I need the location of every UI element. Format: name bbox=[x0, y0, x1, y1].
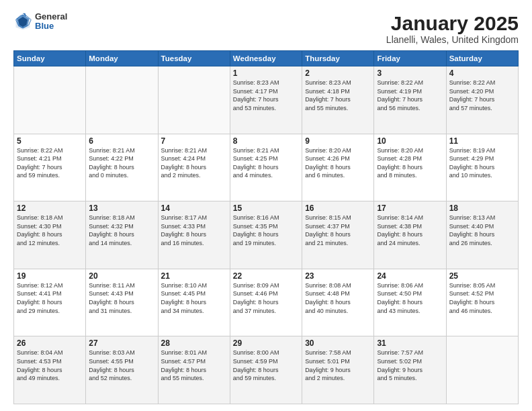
day-number: 5 bbox=[17, 136, 83, 146]
calendar-day-cell: 12Sunrise: 8:18 AM Sunset: 4:30 PM Dayli… bbox=[14, 201, 86, 269]
day-info: Sunrise: 8:00 AM Sunset: 4:59 PM Dayligh… bbox=[233, 349, 299, 382]
day-info: Sunrise: 8:18 AM Sunset: 4:32 PM Dayligh… bbox=[89, 214, 154, 247]
day-info: Sunrise: 8:22 AM Sunset: 4:21 PM Dayligh… bbox=[17, 146, 83, 180]
calendar-day-cell bbox=[158, 66, 230, 134]
calendar-week-row: 19Sunrise: 8:12 AM Sunset: 4:41 PM Dayli… bbox=[14, 269, 519, 336]
logo-icon bbox=[13, 12, 32, 31]
day-number: 15 bbox=[233, 203, 299, 213]
calendar-day-cell: 18Sunrise: 8:13 AM Sunset: 4:40 PM Dayli… bbox=[446, 201, 518, 269]
day-info: Sunrise: 8:06 AM Sunset: 4:50 PM Dayligh… bbox=[377, 281, 443, 315]
day-number: 17 bbox=[377, 203, 443, 213]
weekday-header-friday: Friday bbox=[374, 51, 446, 66]
day-info: Sunrise: 8:09 AM Sunset: 4:46 PM Dayligh… bbox=[233, 281, 299, 315]
day-info: Sunrise: 8:20 AM Sunset: 4:26 PM Dayligh… bbox=[305, 146, 371, 180]
day-number: 14 bbox=[161, 203, 227, 213]
day-info: Sunrise: 8:22 AM Sunset: 4:20 PM Dayligh… bbox=[449, 79, 515, 112]
calendar-day-cell: 8Sunrise: 8:21 AM Sunset: 4:25 PM Daylig… bbox=[230, 134, 302, 201]
day-number: 13 bbox=[89, 203, 154, 213]
calendar-week-row: 12Sunrise: 8:18 AM Sunset: 4:30 PM Dayli… bbox=[14, 201, 519, 269]
calendar-day-cell: 9Sunrise: 8:20 AM Sunset: 4:26 PM Daylig… bbox=[302, 134, 374, 201]
day-number: 6 bbox=[89, 136, 154, 146]
calendar-day-cell: 28Sunrise: 8:01 AM Sunset: 4:57 PM Dayli… bbox=[158, 336, 230, 404]
calendar-day-cell: 23Sunrise: 8:08 AM Sunset: 4:48 PM Dayli… bbox=[302, 269, 374, 336]
calendar-day-cell: 27Sunrise: 8:03 AM Sunset: 4:55 PM Dayli… bbox=[86, 336, 158, 404]
calendar-day-cell: 24Sunrise: 8:06 AM Sunset: 4:50 PM Dayli… bbox=[374, 269, 446, 336]
day-info: Sunrise: 8:11 AM Sunset: 4:43 PM Dayligh… bbox=[89, 281, 154, 315]
day-number: 31 bbox=[377, 338, 443, 348]
day-info: Sunrise: 8:19 AM Sunset: 4:29 PM Dayligh… bbox=[449, 146, 515, 180]
calendar-day-cell bbox=[14, 66, 86, 134]
calendar-location: Llanelli, Wales, United Kingdom bbox=[386, 34, 519, 45]
day-number: 23 bbox=[305, 271, 371, 281]
calendar-day-cell: 1Sunrise: 8:23 AM Sunset: 4:17 PM Daylig… bbox=[230, 66, 302, 134]
day-info: Sunrise: 7:57 AM Sunset: 5:02 PM Dayligh… bbox=[377, 349, 443, 382]
calendar-table: SundayMondayTuesdayWednesdayThursdayFrid… bbox=[13, 50, 519, 404]
calendar-day-cell: 26Sunrise: 8:04 AM Sunset: 4:53 PM Dayli… bbox=[14, 336, 86, 404]
calendar-week-row: 1Sunrise: 8:23 AM Sunset: 4:17 PM Daylig… bbox=[14, 66, 519, 134]
calendar-day-cell: 4Sunrise: 8:22 AM Sunset: 4:20 PM Daylig… bbox=[446, 66, 518, 134]
day-number: 21 bbox=[161, 271, 227, 281]
day-info: Sunrise: 8:20 AM Sunset: 4:28 PM Dayligh… bbox=[377, 146, 443, 180]
day-info: Sunrise: 8:05 AM Sunset: 4:52 PM Dayligh… bbox=[449, 281, 515, 315]
day-number: 24 bbox=[377, 271, 443, 281]
calendar-week-row: 5Sunrise: 8:22 AM Sunset: 4:21 PM Daylig… bbox=[14, 134, 519, 201]
day-number: 16 bbox=[305, 203, 371, 213]
day-info: Sunrise: 8:13 AM Sunset: 4:40 PM Dayligh… bbox=[449, 214, 515, 247]
calendar-day-cell: 3Sunrise: 8:22 AM Sunset: 4:19 PM Daylig… bbox=[374, 66, 446, 134]
day-info: Sunrise: 7:58 AM Sunset: 5:01 PM Dayligh… bbox=[305, 349, 371, 382]
day-info: Sunrise: 8:03 AM Sunset: 4:55 PM Dayligh… bbox=[89, 349, 154, 382]
day-info: Sunrise: 8:17 AM Sunset: 4:33 PM Dayligh… bbox=[161, 214, 227, 247]
day-info: Sunrise: 8:10 AM Sunset: 4:45 PM Dayligh… bbox=[161, 281, 227, 315]
calendar-day-cell: 22Sunrise: 8:09 AM Sunset: 4:46 PM Dayli… bbox=[230, 269, 302, 336]
weekday-header-sunday: Sunday bbox=[14, 51, 86, 66]
calendar-title: January 2025 bbox=[386, 12, 519, 34]
day-info: Sunrise: 8:23 AM Sunset: 4:17 PM Dayligh… bbox=[233, 79, 299, 112]
day-number: 18 bbox=[449, 203, 515, 213]
day-info: Sunrise: 8:16 AM Sunset: 4:35 PM Dayligh… bbox=[233, 214, 299, 247]
calendar-day-cell: 5Sunrise: 8:22 AM Sunset: 4:21 PM Daylig… bbox=[14, 134, 86, 201]
day-info: Sunrise: 8:21 AM Sunset: 4:25 PM Dayligh… bbox=[233, 146, 299, 180]
day-number: 26 bbox=[17, 338, 83, 348]
day-info: Sunrise: 8:01 AM Sunset: 4:57 PM Dayligh… bbox=[161, 349, 227, 382]
day-number: 30 bbox=[305, 338, 371, 348]
calendar-day-cell: 2Sunrise: 8:23 AM Sunset: 4:18 PM Daylig… bbox=[302, 66, 374, 134]
calendar-day-cell: 31Sunrise: 7:57 AM Sunset: 5:02 PM Dayli… bbox=[374, 336, 446, 404]
weekday-header-monday: Monday bbox=[86, 51, 158, 66]
weekday-header-wednesday: Wednesday bbox=[230, 51, 302, 66]
day-info: Sunrise: 8:12 AM Sunset: 4:41 PM Dayligh… bbox=[17, 281, 83, 315]
day-number: 1 bbox=[233, 68, 299, 78]
calendar-day-cell: 19Sunrise: 8:12 AM Sunset: 4:41 PM Dayli… bbox=[14, 269, 86, 336]
day-number: 7 bbox=[161, 136, 227, 146]
day-info: Sunrise: 8:21 AM Sunset: 4:22 PM Dayligh… bbox=[89, 146, 154, 180]
day-info: Sunrise: 8:18 AM Sunset: 4:30 PM Dayligh… bbox=[17, 214, 83, 247]
day-number: 22 bbox=[233, 271, 299, 281]
page: General Blue January 2025 Llanelli, Wale… bbox=[0, 0, 532, 411]
calendar-day-cell: 20Sunrise: 8:11 AM Sunset: 4:43 PM Dayli… bbox=[86, 269, 158, 336]
day-info: Sunrise: 8:04 AM Sunset: 4:53 PM Dayligh… bbox=[17, 349, 83, 382]
calendar-week-row: 26Sunrise: 8:04 AM Sunset: 4:53 PM Dayli… bbox=[14, 336, 519, 404]
logo-text: General Blue bbox=[35, 12, 67, 32]
day-number: 27 bbox=[89, 338, 154, 348]
day-info: Sunrise: 8:15 AM Sunset: 4:37 PM Dayligh… bbox=[305, 214, 371, 247]
day-number: 2 bbox=[305, 68, 371, 78]
day-number: 9 bbox=[305, 136, 371, 146]
day-info: Sunrise: 8:22 AM Sunset: 4:19 PM Dayligh… bbox=[377, 79, 443, 112]
calendar-day-cell: 7Sunrise: 8:21 AM Sunset: 4:24 PM Daylig… bbox=[158, 134, 230, 201]
day-number: 4 bbox=[449, 68, 515, 78]
day-number: 19 bbox=[17, 271, 83, 281]
weekday-header-saturday: Saturday bbox=[446, 51, 518, 66]
calendar-day-cell: 21Sunrise: 8:10 AM Sunset: 4:45 PM Dayli… bbox=[158, 269, 230, 336]
day-info: Sunrise: 8:08 AM Sunset: 4:48 PM Dayligh… bbox=[305, 281, 371, 315]
day-number: 10 bbox=[377, 136, 443, 146]
day-number: 28 bbox=[161, 338, 227, 348]
calendar-day-cell: 6Sunrise: 8:21 AM Sunset: 4:22 PM Daylig… bbox=[86, 134, 158, 201]
day-number: 8 bbox=[233, 136, 299, 146]
header: General Blue January 2025 Llanelli, Wale… bbox=[13, 12, 519, 45]
calendar-day-cell bbox=[86, 66, 158, 134]
logo-blue-text: Blue bbox=[35, 21, 67, 31]
title-block: January 2025 Llanelli, Wales, United Kin… bbox=[386, 12, 519, 45]
calendar-day-cell: 30Sunrise: 7:58 AM Sunset: 5:01 PM Dayli… bbox=[302, 336, 374, 404]
day-number: 11 bbox=[449, 136, 515, 146]
calendar-day-cell: 14Sunrise: 8:17 AM Sunset: 4:33 PM Dayli… bbox=[158, 201, 230, 269]
day-info: Sunrise: 8:14 AM Sunset: 4:38 PM Dayligh… bbox=[377, 214, 443, 247]
